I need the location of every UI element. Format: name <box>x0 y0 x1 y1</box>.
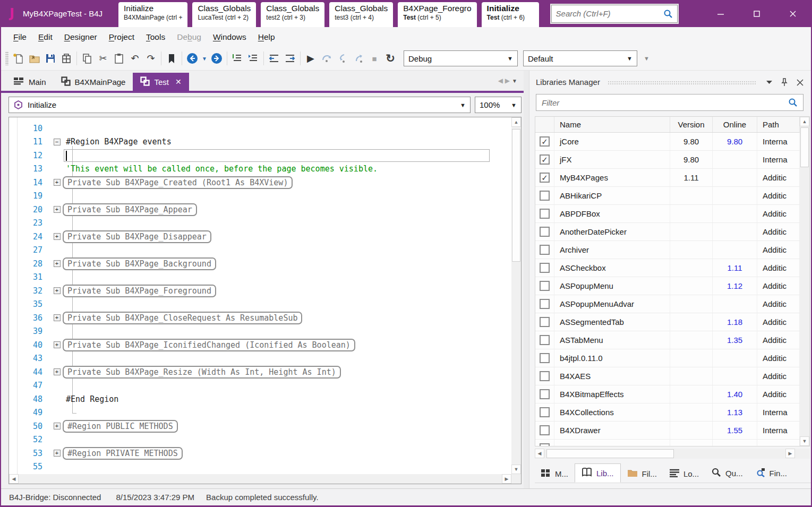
checkbox-checked[interactable]: ✓ <box>540 136 550 147</box>
code-line[interactable]: 10 <box>18 122 511 135</box>
collapsed-code-box[interactable]: Private Sub B4XPage_IconifiedChanged (Ic… <box>63 339 355 351</box>
bookmark-button[interactable] <box>164 50 180 66</box>
editor-zoom-select[interactable]: 100% ▼ <box>475 97 522 113</box>
minimize-button[interactable] <box>703 0 739 27</box>
restart-button[interactable]: ↻ <box>382 50 398 66</box>
checkbox-unchecked[interactable] <box>540 425 550 435</box>
scroll-left-icon[interactable]: ◀ <box>535 449 544 458</box>
code-line[interactable]: 28+Private Sub B4XPage_Background <box>18 257 511 271</box>
panel-tab-lo[interactable]: Lo... <box>663 465 705 483</box>
code-line[interactable]: 24+Private Sub B4XPage_Disappear <box>18 230 511 244</box>
code-line[interactable]: 32+Private Sub B4XPage_Foreground <box>18 284 511 298</box>
panel-menu-icon[interactable] <box>764 80 774 84</box>
quick-tab[interactable]: Class_Globalstest3 (ctrl + 4) <box>329 2 393 27</box>
modules-button[interactable] <box>58 50 74 66</box>
collapsed-code-box[interactable]: #Region PRIVATE METHODS <box>63 447 183 460</box>
code-line[interactable]: 53+#Region PRIVATE METHODS <box>18 446 511 460</box>
library-row[interactable]: ✓jFX9.80Interna <box>535 151 800 169</box>
pin-icon[interactable] <box>779 78 790 87</box>
table-horizontal-scrollbar[interactable]: ◀ ▶ <box>535 449 810 459</box>
code-line[interactable]: 11−#Region B4XPage events <box>18 135 511 149</box>
panel-splitter[interactable] <box>524 71 529 488</box>
library-filter-input[interactable]: Filter <box>536 94 804 111</box>
paste-button[interactable] <box>111 50 127 66</box>
checkbox-unchecked[interactable] <box>540 299 550 309</box>
checkbox-unchecked[interactable] <box>540 209 550 219</box>
expand-fold-icon[interactable]: + <box>54 287 61 294</box>
editor-vertical-scrollbar[interactable]: ▲ ▼ <box>511 117 521 474</box>
menu-item-help[interactable]: Help <box>252 29 281 45</box>
step-over-button[interactable] <box>319 50 335 66</box>
code-line[interactable]: 55 <box>18 460 511 474</box>
code-line[interactable]: 47 <box>18 379 511 393</box>
checkbox-unchecked[interactable] <box>540 407 550 417</box>
code-line[interactable]: 50+#Region PUBLIC METHODS <box>18 419 511 433</box>
redo-button[interactable]: ↷ <box>143 50 159 66</box>
column-header-path[interactable]: Path <box>757 117 800 132</box>
code-line[interactable]: 27 <box>18 244 511 257</box>
scroll-up-icon[interactable]: ▲ <box>511 117 521 127</box>
quick-tab[interactable]: B4XPage_ForegroTest (ctrl + 5) <box>398 2 476 27</box>
library-row[interactable]: B4XAESAdditic <box>535 367 800 385</box>
panel-tab-qu[interactable]: Qu... <box>705 464 749 483</box>
code-line[interactable]: 44+Private Sub B4XPage_Resize (Width As … <box>18 365 511 379</box>
checkbox-unchecked[interactable] <box>540 389 550 399</box>
scroll-up-icon[interactable]: ▲ <box>800 117 809 126</box>
code-line[interactable]: 35 <box>18 298 511 312</box>
code-line[interactable]: 31 <box>18 271 511 285</box>
checkbox-unchecked[interactable] <box>540 371 550 381</box>
checkbox-unchecked[interactable] <box>540 281 550 291</box>
maximize-button[interactable] <box>739 0 775 27</box>
panel-tab-fin[interactable]: Fin... <box>749 464 793 483</box>
breakpoint-margin[interactable] <box>9 117 18 474</box>
code-line[interactable]: 39 <box>18 325 511 339</box>
new-file-button[interactable] <box>11 50 27 66</box>
collapsed-code-box[interactable]: Private Sub B4XPage_Disappear <box>63 230 211 243</box>
library-row[interactable]: ArchiverAdditic <box>535 241 800 259</box>
collapsed-code-box[interactable]: Private Sub B4XPage_Resize (Width As Int… <box>63 366 341 379</box>
expand-fold-icon[interactable]: + <box>54 206 61 213</box>
panel-close-icon[interactable] <box>794 79 806 86</box>
code-line[interactable]: 20+Private Sub B4XPage_Appear <box>18 203 511 217</box>
library-row[interactable]: b4jtpl.0.11.0Additic <box>535 349 800 367</box>
editor-horizontal-scrollbar[interactable]: ◀ ▶ <box>9 474 511 484</box>
column-header-online[interactable]: Online <box>713 117 757 132</box>
menu-item-file[interactable]: File <box>7 29 32 45</box>
scroll-down-icon[interactable]: ▼ <box>800 436 809 446</box>
code-line[interactable]: 36+Private Sub B4XPage_CloseRequest As R… <box>18 311 511 325</box>
close-button[interactable] <box>775 0 811 27</box>
expand-fold-icon[interactable]: + <box>54 423 61 429</box>
search-icon[interactable] <box>788 98 798 107</box>
library-row[interactable]: ✓MyB4XPages1.11Additic <box>535 169 800 187</box>
step-into-button[interactable] <box>335 50 351 66</box>
code-line[interactable]: 40+Private Sub B4XPage_IconifiedChanged … <box>18 338 511 352</box>
library-row[interactable]: B4XBitmapEffects1.40Additic <box>535 385 800 403</box>
checkbox-checked[interactable]: ✓ <box>540 154 550 165</box>
build-configuration-select[interactable]: Debug ▼ <box>404 50 518 66</box>
collapsed-code-box[interactable]: Private Sub B4XPage_Created (Root1 As B4… <box>63 176 293 189</box>
collapsed-code-box[interactable]: Private Sub B4XPage_Background <box>63 257 216 270</box>
scroll-right-icon[interactable]: ▶ <box>502 474 511 484</box>
build-profile-select[interactable]: Default ▼ <box>523 50 637 66</box>
code-line[interactable]: 48#End Region <box>18 392 511 406</box>
comment-button[interactable] <box>229 50 245 66</box>
cut-button[interactable]: ✂ <box>95 50 111 66</box>
copy-button[interactable] <box>79 50 95 66</box>
scroll-down-icon[interactable]: ▼ <box>511 465 521 474</box>
collapsed-code-box[interactable]: #Region PUBLIC METHODS <box>63 420 178 433</box>
checkbox-unchecked[interactable] <box>540 245 550 255</box>
panel-tab-fil[interactable]: Fil... <box>621 465 663 483</box>
menu-item-project[interactable]: Project <box>103 29 140 45</box>
scroll-right-icon[interactable]: ▶ <box>785 449 795 458</box>
outdent-button[interactable] <box>266 50 282 66</box>
quick-tab[interactable]: Class_Globalstest2 (ctrl + 3) <box>261 2 324 27</box>
library-row[interactable]: AnotherDatePickerAdditic <box>535 223 800 241</box>
code-line[interactable]: 19 <box>18 190 511 203</box>
expand-fold-icon[interactable]: + <box>54 179 61 186</box>
menu-item-tools[interactable]: Tools <box>140 29 171 45</box>
library-row[interactable]: B4XDrawer1.55Interna <box>535 422 800 440</box>
quick-tab[interactable]: InitializeTest (ctrl + 6) <box>482 2 539 27</box>
library-row[interactable]: ABHikariCPAdditic <box>535 187 800 205</box>
stop-button[interactable]: ■ <box>366 50 382 66</box>
sub-navigator-select[interactable]: Initialize ▼ <box>8 97 471 113</box>
